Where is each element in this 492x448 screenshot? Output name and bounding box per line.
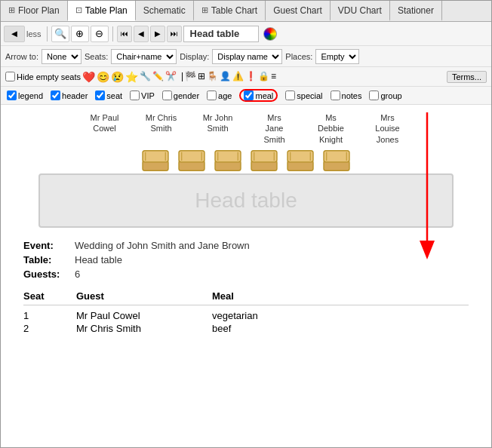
- vip-label: VIP: [141, 91, 155, 100]
- guest-name-5: MsDebbieKnight: [303, 112, 359, 145]
- terms-button[interactable]: Terms...: [447, 71, 487, 83]
- meal-table: Seat Guest Meal 1 Mr Paul Cowel vegetari…: [1, 290, 491, 343]
- star-icon[interactable]: ⭐: [125, 71, 138, 83]
- warning-icon[interactable]: ⚠️: [232, 71, 244, 83]
- meal-checkbox-group: meal: [239, 89, 278, 102]
- vip-checkbox[interactable]: [130, 91, 140, 100]
- first-table-button[interactable]: ⏮: [117, 26, 132, 42]
- back-button[interactable]: ◄: [4, 26, 25, 42]
- svg-marker-25: [420, 241, 435, 259]
- heart-icon[interactable]: ❤️: [82, 71, 95, 83]
- svg-rect-21: [324, 151, 349, 162]
- group-checkbox[interactable]: [369, 91, 379, 100]
- back-icon: ◄: [10, 28, 20, 39]
- notes-checkbox-group: notes: [331, 91, 362, 100]
- pen-icon[interactable]: ✏️: [152, 71, 164, 83]
- legend-checkbox[interactable]: [7, 91, 17, 100]
- special-checkbox-group: special: [285, 91, 322, 100]
- tab-floor-plan[interactable]: ⊞ Floor Plan: [1, 1, 68, 21]
- sad-icon[interactable]: 😢: [111, 71, 124, 83]
- color-picker[interactable]: [263, 27, 277, 41]
- main-window: ⊞ Floor Plan ⊡ Table Plan Schematic ⊞ Ta…: [0, 0, 492, 448]
- header-checkbox[interactable]: [51, 91, 60, 100]
- display-select[interactable]: Display name: [212, 49, 282, 64]
- table-info-value: Head table: [75, 254, 122, 265]
- chair-icon[interactable]: 🪑: [207, 71, 218, 83]
- tab-table-chart[interactable]: ⊞ Table Chart: [194, 1, 266, 21]
- chair-2: [175, 148, 208, 173]
- less-label: less: [26, 29, 42, 38]
- notes-label: notes: [342, 91, 362, 100]
- svg-rect-5: [179, 151, 204, 162]
- tab-schematic[interactable]: Schematic: [136, 1, 194, 21]
- table-name-label: Head table: [183, 26, 259, 42]
- seat-checkbox-group: seat: [95, 91, 122, 100]
- row1-seat: 1: [23, 310, 61, 321]
- separator-1: [47, 26, 48, 41]
- hide-empty-checkbox[interactable]: [5, 72, 15, 81]
- svg-rect-9: [215, 151, 241, 162]
- head-table-label: Head table: [195, 189, 297, 212]
- legend-label: legend: [18, 91, 43, 100]
- row1-guest: Mr Paul Cowel: [76, 310, 197, 321]
- red-arrow: [393, 112, 461, 263]
- arrow-label: Arrow to:: [5, 52, 38, 61]
- table-row: 1 Mr Paul Cowel vegetarian: [23, 310, 469, 321]
- flag-icon[interactable]: 🏁: [185, 71, 196, 83]
- display-label: Display:: [180, 52, 209, 61]
- last-table-button[interactable]: ⏭: [167, 26, 182, 42]
- zoom-out-button[interactable]: ⊖: [91, 26, 109, 42]
- col-meal-header: Meal: [212, 290, 303, 302]
- meal-checkbox[interactable]: [244, 91, 254, 100]
- age-label: age: [218, 91, 232, 100]
- header-label: header: [62, 91, 88, 100]
- prev-table-button[interactable]: ◀: [134, 26, 149, 42]
- arrow-select[interactable]: None: [42, 49, 81, 64]
- chair-4: [248, 148, 281, 173]
- table-header-row: Seat Guest Meal: [23, 290, 469, 305]
- seats-select[interactable]: Chair+name: [111, 49, 177, 64]
- gender-checkbox[interactable]: [162, 91, 172, 100]
- smiley-icon[interactable]: 😊: [97, 71, 109, 83]
- tab-stationer[interactable]: Stationer: [390, 1, 442, 21]
- guest-name-4: MrsJaneSmith: [246, 112, 303, 145]
- vip-checkbox-group: VIP: [130, 91, 155, 100]
- notes-checkbox[interactable]: [331, 91, 340, 100]
- toolbar-columns: legend header seat VIP gender age meal: [1, 87, 491, 105]
- lock-icon[interactable]: 🔒: [258, 71, 269, 83]
- places-select[interactable]: Empty: [315, 49, 359, 64]
- grid-icon[interactable]: ⊞: [198, 71, 205, 83]
- age-checkbox-group: age: [207, 91, 232, 100]
- seat-checkbox[interactable]: [95, 91, 105, 100]
- scissors-icon[interactable]: ✂️: [165, 71, 177, 83]
- guest-name-2: Mr ChrisSmith: [133, 112, 189, 145]
- tools-icon[interactable]: 🔧: [140, 71, 151, 83]
- color-circle-icon: [263, 27, 277, 41]
- toolbar-options: Arrow to: None Seats: Chair+name Display…: [1, 46, 491, 67]
- table-plan-icon: ⊡: [75, 5, 82, 15]
- exclaim-icon[interactable]: ❗: [245, 71, 257, 83]
- zoom-in-button[interactable]: ⊕: [71, 26, 89, 42]
- person-icon[interactable]: 👤: [220, 71, 231, 83]
- guests-row: Guests: 6: [23, 268, 469, 280]
- row2-meal: beef: [212, 323, 303, 334]
- age-checkbox[interactable]: [207, 91, 217, 100]
- emoji-toolbar: ❤️ 😊 😢 ⭐ 🔧 ✏️ ✂️ | 🏁 ⊞ 🪑 👤 ⚠️ ❗ 🔒 ≡: [82, 71, 276, 83]
- tab-table-plan[interactable]: ⊡ Table Plan: [68, 1, 136, 21]
- table-chart-icon: ⊞: [201, 5, 208, 15]
- col-guest-header: Guest: [76, 290, 197, 302]
- legend-checkbox-group: legend: [7, 91, 43, 100]
- toolbar-navigation: ◄ less 🔍 ⊕ ⊖ ⏮ ◀ ▶ ⏭ Head table: [1, 22, 491, 46]
- chair-3: [211, 148, 244, 173]
- special-checkbox[interactable]: [285, 91, 295, 100]
- tab-vdu-chart[interactable]: VDU Chart: [331, 1, 390, 21]
- zoom-fit-button[interactable]: 🔍: [51, 26, 69, 42]
- row2-guest: Mr Chris Smith: [76, 323, 197, 334]
- floor-plan-icon: ⊞: [8, 5, 15, 15]
- next-table-button[interactable]: ▶: [150, 26, 165, 42]
- chair-1: [139, 148, 172, 173]
- bars-icon[interactable]: ≡: [271, 71, 276, 83]
- svg-rect-13: [251, 151, 277, 162]
- head-table-box: Head table: [38, 173, 454, 228]
- tab-guest-chart[interactable]: Guest Chart: [266, 1, 331, 21]
